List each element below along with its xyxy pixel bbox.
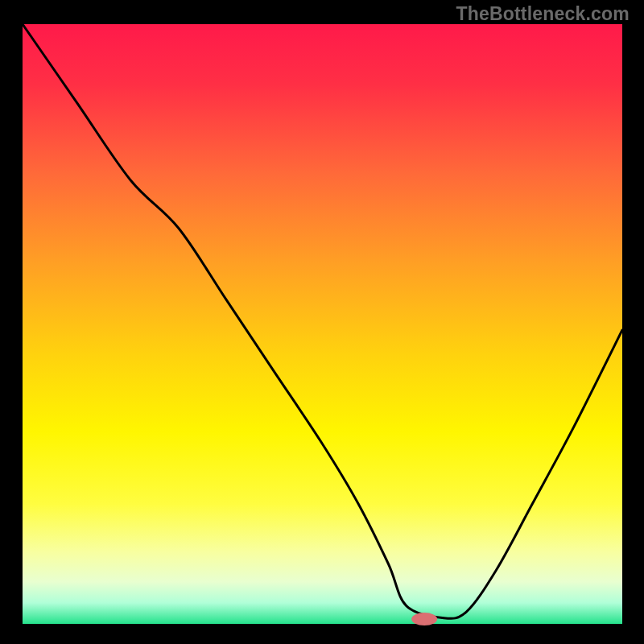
chart-svg <box>0 0 644 644</box>
watermark-text: TheBottleneck.com <box>456 3 630 25</box>
chart-frame: TheBottleneck.com <box>0 0 644 644</box>
plot-area <box>23 24 622 624</box>
optimal-point-marker <box>411 613 437 625</box>
